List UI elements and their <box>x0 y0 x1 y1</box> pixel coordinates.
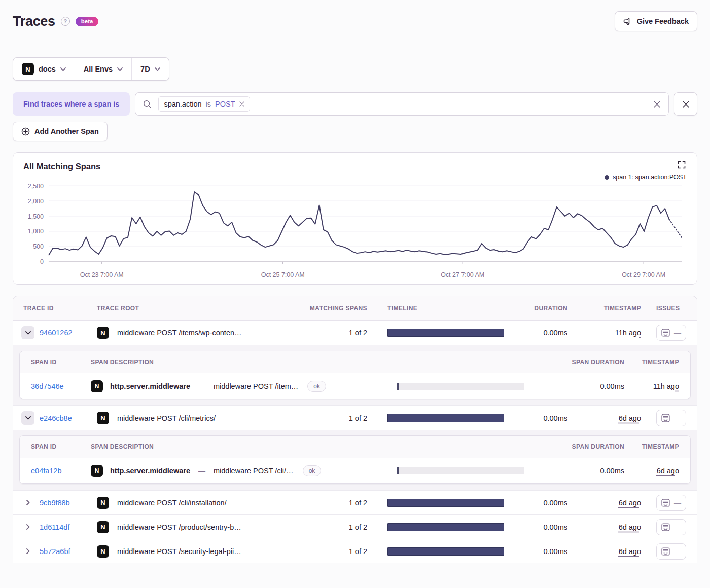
table-row[interactable]: e246cb8eNmiddleware POST /cli/metrics/1 … <box>13 405 697 430</box>
span-row[interactable]: e04fa12bNhttp.server.middleware—middlewa… <box>20 458 690 483</box>
column-header-span-description: Span Description <box>91 359 391 366</box>
remove-span-query-button[interactable] <box>674 92 697 116</box>
date-range-selector[interactable]: 7D <box>131 58 169 80</box>
chevron-right-icon[interactable] <box>21 521 34 534</box>
traces-table: Trace ID Trace Root Matching Spans Timel… <box>13 296 697 563</box>
trace-root-label: middleware POST /cli/installation/ <box>117 499 227 507</box>
issues-button[interactable]: — <box>656 495 686 511</box>
help-icon[interactable]: ? <box>61 17 70 26</box>
trace-id-link[interactable]: 9cb9f88b <box>40 499 70 507</box>
table-header-row: Trace ID Trace Root Matching Spans Timel… <box>13 296 697 321</box>
duration-value: 0.00ms <box>504 523 578 531</box>
close-icon <box>682 100 690 108</box>
timeline-bar <box>387 547 504 556</box>
span-search-bar[interactable]: span.action is POST <box>135 92 669 116</box>
chevron-right-icon[interactable] <box>21 496 34 509</box>
duration-value: 0.00ms <box>504 329 578 337</box>
fullscreen-expand-icon[interactable] <box>677 160 687 170</box>
span-timeline-tick <box>397 383 399 390</box>
column-header-timestamp: Timestamp <box>578 305 641 312</box>
svg-text:Oct 23 7:00 AM: Oct 23 7:00 AM <box>80 271 124 279</box>
separator-dash: — <box>197 382 206 390</box>
matching-spans-count: 1 of 2 <box>253 547 367 556</box>
issues-count-empty: — <box>674 523 681 531</box>
page-title: Traces <box>13 14 55 29</box>
chevron-down-icon <box>117 67 123 71</box>
trace-id-link[interactable]: e246cb8e <box>40 414 72 422</box>
table-row[interactable]: 94601262Nmiddleware POST /items/wp-conte… <box>13 321 697 345</box>
timestamp-value[interactable]: 6d ago <box>619 547 641 556</box>
give-feedback-button[interactable]: Give Feedback <box>615 11 697 31</box>
page-header: Traces ? beta Give Feedback <box>0 0 710 43</box>
add-another-span-label: Add Another Span <box>34 127 99 135</box>
issues-button[interactable]: — <box>656 519 686 535</box>
column-header-span-timestamp: Timestamp <box>624 443 690 451</box>
search-clear-icon[interactable] <box>653 100 661 108</box>
issues-count-empty: — <box>674 414 681 422</box>
svg-text:2,000: 2,000 <box>28 198 44 205</box>
chart-title: All Matching Spans <box>23 160 100 171</box>
timestamp-value[interactable]: 11h ago <box>615 329 641 337</box>
span-status-badge: ok <box>307 381 326 392</box>
spans-subtable-header: Span IDSpan DescriptionSpan DurationTime… <box>20 436 690 458</box>
issue-icon <box>661 329 670 337</box>
span-duration-value: 0.00ms <box>543 382 624 390</box>
nextjs-logo-icon: N <box>22 63 34 75</box>
span-duration-value: 0.00ms <box>543 467 624 475</box>
span-timestamp-value[interactable]: 11h ago <box>653 382 679 390</box>
table-row[interactable]: 1d6114dfNmiddleware POST /product/sentry… <box>13 514 697 539</box>
separator-dash: — <box>197 467 206 475</box>
table-row[interactable]: 5b72a6bfNmiddleware POST /security-legal… <box>13 539 697 563</box>
span-operation-label: http.server.middleware <box>110 382 190 390</box>
chart-legend-item[interactable]: span 1: span.action:POST <box>605 174 687 181</box>
issues-button[interactable]: — <box>656 410 686 426</box>
add-circle-icon <box>21 127 30 136</box>
find-traces-label: Find traces where a span is <box>13 92 130 116</box>
chevron-right-icon[interactable] <box>21 545 34 558</box>
timestamp-value[interactable]: 6d ago <box>619 523 641 531</box>
chevron-down-icon[interactable] <box>21 326 34 339</box>
add-another-span-button[interactable]: Add Another Span <box>13 122 108 141</box>
span-id-link[interactable]: e04fa12b <box>31 467 61 475</box>
chevron-down-icon[interactable] <box>21 411 34 425</box>
issues-button[interactable]: — <box>656 543 686 560</box>
spans-subtable: Span IDSpan DescriptionSpan DurationTime… <box>19 351 691 399</box>
span-timeline-track <box>397 383 524 390</box>
span-row[interactable]: 36d7546eNhttp.server.middleware—middlewa… <box>20 373 690 399</box>
svg-text:Oct 27 7:00 AM: Oct 27 7:00 AM <box>441 271 484 279</box>
token-remove-icon[interactable] <box>239 101 244 107</box>
search-filter-token[interactable]: span.action is POST <box>158 96 250 112</box>
timestamp-value[interactable]: 6d ago <box>619 414 641 422</box>
environment-selector[interactable]: All Envs <box>75 58 131 80</box>
span-timeline-track <box>397 467 524 474</box>
project-selector[interactable]: N docs <box>13 58 75 80</box>
timeline-bar <box>387 499 504 507</box>
nextjs-logo-icon: N <box>97 412 109 424</box>
span-timestamp-value[interactable]: 6d ago <box>657 467 679 475</box>
trace-id-link[interactable]: 1d6114df <box>40 523 69 531</box>
trace-spans-panel: Span IDSpan DescriptionSpan DurationTime… <box>13 430 697 490</box>
page-filter-bar: N docs All Envs 7D <box>13 57 169 81</box>
project-selector-label: docs <box>39 65 56 73</box>
nextjs-logo-icon: N <box>97 521 109 533</box>
column-header-span-description: Span Description <box>91 443 391 451</box>
trace-id-link[interactable]: 94601262 <box>40 329 73 337</box>
issue-icon <box>661 523 670 531</box>
trace-id-link[interactable]: 5b72a6bf <box>40 547 70 556</box>
span-id-link[interactable]: 36d7546e <box>31 382 64 390</box>
duration-value: 0.00ms <box>504 414 578 422</box>
column-header-span-timestamp: Timestamp <box>624 359 690 366</box>
table-row[interactable]: 9cb9f88bNmiddleware POST /cli/installati… <box>13 490 697 514</box>
matching-spans-count: 1 of 2 <box>253 414 367 422</box>
search-icon <box>143 100 152 109</box>
token-key: span.action <box>164 100 201 108</box>
timestamp-value[interactable]: 6d ago <box>619 499 641 507</box>
column-header-matching-spans: Matching Spans <box>253 305 367 312</box>
nextjs-logo-icon: N <box>91 380 103 392</box>
issues-button[interactable]: — <box>656 325 686 341</box>
trace-spans-panel: Span IDSpan DescriptionSpan DurationTime… <box>13 345 697 405</box>
column-header-duration: Duration <box>504 305 578 312</box>
column-header-trace-id: Trace ID <box>13 305 87 312</box>
issue-icon <box>661 414 670 422</box>
nextjs-logo-icon: N <box>97 497 109 509</box>
